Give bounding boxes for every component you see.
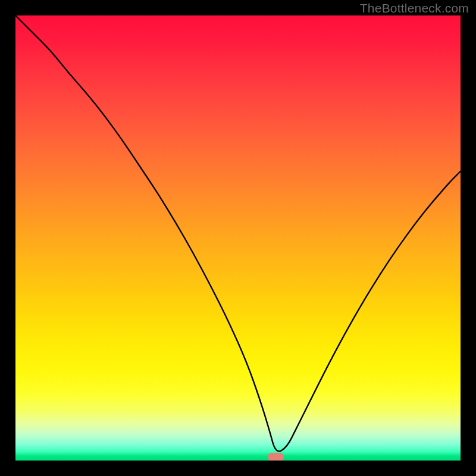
chart-frame: TheBottleneck.com <box>0 0 476 476</box>
curve-svg <box>15 15 461 461</box>
watermark-text: TheBottleneck.com <box>360 1 469 15</box>
bottleneck-curve <box>15 15 461 451</box>
optimal-range-marker <box>268 453 284 461</box>
plot-area <box>15 15 461 461</box>
